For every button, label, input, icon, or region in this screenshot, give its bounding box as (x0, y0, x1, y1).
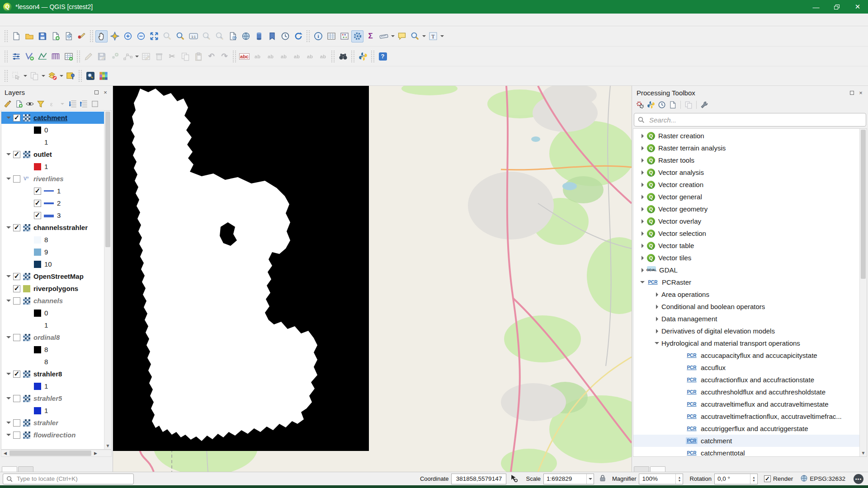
toolbox-row[interactable]: PCR catchment (633, 435, 867, 447)
toolbox-row[interactable]: Q Raster terrain analysis (633, 142, 867, 154)
menu-item[interactable] (5, 14, 14, 25)
move-label-icon[interactable]: ab (291, 50, 303, 62)
toolbox-row[interactable]: Q Vector general (633, 191, 867, 203)
undo-icon[interactable]: ↶ (205, 50, 217, 62)
layout-manager-icon[interactable] (62, 30, 75, 42)
magnifier-spin[interactable]: 100% ▲▼ (639, 474, 683, 484)
layer-row[interactable]: 8 (1, 356, 111, 368)
zoom-native-icon[interactable]: 1:1 (187, 30, 199, 42)
expander-icon[interactable] (652, 317, 661, 321)
expander-icon[interactable] (638, 231, 647, 236)
scroll-down-icon[interactable]: ▼ (104, 442, 111, 449)
expander-icon[interactable] (4, 395, 13, 402)
toolbar-handle[interactable] (79, 70, 82, 82)
identify-features-icon[interactable] (312, 30, 324, 42)
layers-vertical-scrollbar[interactable]: ▼ (104, 111, 111, 449)
expander-icon[interactable] (638, 195, 647, 199)
osm-place-search-icon[interactable] (337, 50, 349, 62)
refresh-icon[interactable] (292, 30, 304, 42)
toolbox-row[interactable]: Q Vector table (633, 239, 867, 252)
save-project-icon[interactable] (36, 30, 48, 42)
vertex-dropdown-icon[interactable] (134, 50, 139, 62)
panel-tab[interactable] (650, 466, 665, 472)
layer-row[interactable]: ordinal8 (1, 331, 111, 343)
close-panel-icon[interactable]: × (102, 89, 109, 96)
menu-item[interactable] (44, 14, 54, 25)
layer-row[interactable]: 1 (1, 136, 111, 148)
map-tips-icon[interactable] (396, 30, 408, 42)
toolbox-row[interactable]: Q Vector overlay (633, 215, 867, 227)
layer-checkbox[interactable] (13, 151, 20, 158)
remove-layer-icon[interactable] (90, 99, 100, 109)
expander-icon[interactable] (4, 225, 13, 231)
crs-status[interactable]: EPSG:32632 (810, 475, 845, 482)
menu-item[interactable] (64, 14, 74, 25)
layer-row[interactable]: 3 (1, 209, 111, 221)
layer-row[interactable]: catchment (1, 112, 111, 124)
show-hidden-labels-icon[interactable]: ab (278, 50, 290, 62)
toolbar-handle[interactable] (233, 51, 236, 62)
statistical-summary-icon[interactable]: Σ (364, 30, 377, 42)
rotate-label-icon[interactable]: ab (304, 50, 316, 62)
coordinate-value[interactable]: 381858,5579147 (451, 474, 506, 484)
new-print-layout-icon[interactable] (49, 30, 61, 42)
toolbar-handle[interactable] (77, 51, 80, 62)
paste-features-icon[interactable] (192, 50, 204, 62)
style-manager-icon[interactable] (75, 30, 88, 42)
layer-row[interactable]: 8 (1, 343, 111, 356)
expander-icon[interactable] (638, 207, 647, 211)
open-layer-styling-icon[interactable] (3, 99, 14, 109)
dropdown-icon[interactable] (586, 474, 594, 484)
layers-horizontal-scrollbar[interactable]: ◀ ▶ (1, 450, 112, 457)
add-raster-layer-icon[interactable] (36, 50, 48, 62)
python-console-icon[interactable] (357, 50, 369, 62)
processing-toolbox-icon[interactable] (351, 30, 363, 42)
manage-map-themes-icon[interactable] (24, 99, 35, 109)
layer-row[interactable]: outlet (1, 148, 111, 160)
expander-icon[interactable] (4, 371, 13, 377)
restore-button[interactable] (826, 0, 847, 14)
layer-row[interactable]: riverpolygons (1, 282, 111, 295)
scale-combo[interactable]: 1:692829 (543, 474, 594, 484)
expander-icon[interactable] (652, 292, 661, 297)
filter-expression-icon[interactable]: ε (46, 99, 57, 109)
zoom-to-layer-icon[interactable] (174, 30, 186, 42)
layer-row[interactable]: OpenStreetMap (1, 270, 111, 282)
scroll-down-icon[interactable]: ▼ (860, 450, 867, 456)
extent-tracking-icon[interactable] (510, 474, 518, 483)
toolbox-row[interactable]: Q Raster tools (633, 154, 867, 166)
expander-icon[interactable] (4, 420, 13, 426)
locator-input[interactable] (16, 475, 130, 483)
toolbox-row[interactable]: Area operations (633, 288, 867, 300)
expander-icon[interactable] (4, 298, 13, 304)
lock-scale-icon[interactable] (599, 474, 606, 483)
toolbox-row[interactable]: Data management (633, 313, 867, 325)
layer-row[interactable]: channels (1, 295, 111, 307)
new-map-view-icon[interactable] (226, 30, 239, 42)
menu-item[interactable] (74, 14, 84, 25)
expander-icon[interactable] (4, 273, 13, 280)
toolbar-handle[interactable] (371, 51, 374, 62)
zoom-to-selection-icon[interactable] (161, 30, 173, 42)
select-dropdown-icon[interactable] (23, 70, 28, 82)
toolbar-handle[interactable] (5, 30, 8, 42)
vertex-tool-icon[interactable] (122, 50, 134, 62)
toolbox-row[interactable]: Q Vector geometry (633, 203, 867, 215)
visibility-dropdown-icon[interactable] (59, 70, 64, 82)
expander-icon[interactable] (652, 305, 661, 309)
expander-icon[interactable] (638, 244, 647, 248)
toolbox-row[interactable]: PCR accutraveltimeflux and accutraveltim… (633, 398, 867, 410)
data-source-manager-icon[interactable] (10, 50, 22, 62)
zoom-out-icon[interactable] (135, 30, 147, 42)
toolbox-row[interactable]: PCR accutriggerflux and accutriggerstate (633, 422, 867, 435)
messages-icon[interactable]: ••• (854, 474, 863, 484)
layer-row[interactable]: 0 (1, 124, 111, 136)
layer-checkbox[interactable] (34, 200, 41, 207)
layer-visibility-icon[interactable] (46, 70, 58, 82)
menu-item[interactable] (124, 14, 134, 25)
results-viewer-icon[interactable] (667, 99, 678, 110)
temporal-controller-icon[interactable] (279, 30, 291, 42)
new-project-icon[interactable] (10, 30, 22, 42)
layer-row[interactable]: 1 (1, 380, 111, 392)
expander-icon[interactable] (4, 151, 13, 158)
